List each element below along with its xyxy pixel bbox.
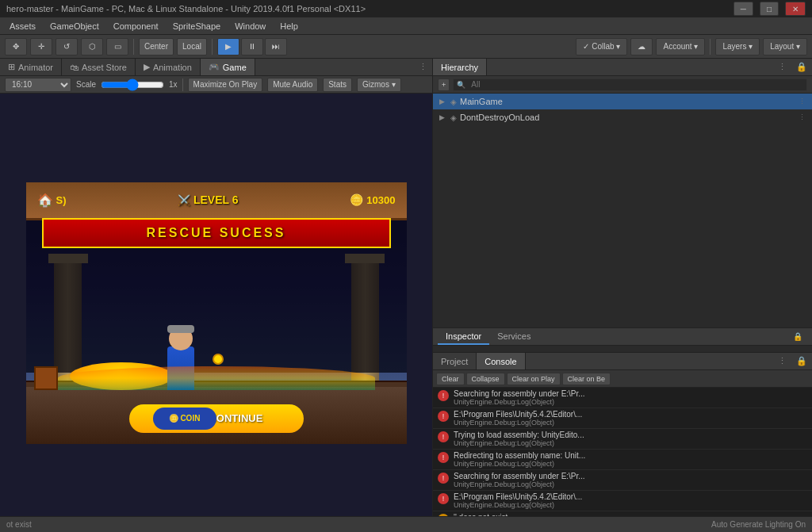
menu-window[interactable]: Window: [228, 20, 272, 33]
step-button[interactable]: ⏭: [265, 38, 287, 55]
clear-on-be-btn[interactable]: Clear on Be: [562, 373, 611, 385]
account-button[interactable]: Account ▾: [656, 38, 705, 55]
expand-icon: ▶: [439, 98, 447, 105]
tab-services[interactable]: Services: [489, 328, 538, 345]
center-button[interactable]: Center: [139, 38, 174, 55]
home-coins-area: 🏠 S): [37, 193, 67, 208]
tab-animator[interactable]: ⊞ Animator: [0, 59, 62, 75]
tab-animation[interactable]: ▶ Animation: [136, 59, 201, 75]
play-button[interactable]: ▶: [217, 38, 239, 55]
tab-hierarchy[interactable]: Hierarchy: [433, 59, 487, 75]
layout-button[interactable]: Layout ▾: [763, 38, 807, 55]
transform-rotate-btn[interactable]: ↺: [56, 38, 78, 55]
rescue-banner: RESCUE SUCESS: [42, 218, 391, 248]
console-lines-2: Trying to load assembly: UnityEdito... U…: [454, 431, 584, 447]
status-right: Auto Generate Lighting On: [711, 520, 806, 529]
inspector-content: [433, 346, 812, 352]
hierarchy-add-btn[interactable]: +: [438, 78, 450, 91]
console-entry-2[interactable]: ! Trying to load assembly: UnityEdito...…: [433, 429, 812, 450]
console-line1-5: E:\Program Files\Unity5.4.2\Editor\...: [454, 492, 582, 501]
pause-button[interactable]: ⏸: [241, 38, 263, 55]
layout-label: Layout: [770, 42, 794, 51]
maingame-label: MainGame: [460, 97, 503, 106]
console-tab-more[interactable]: ⋮: [773, 353, 791, 369]
console-line2-0: UnityEngine.Debug:Log(Object): [454, 398, 585, 406]
maximize-button[interactable]: □: [760, 2, 779, 16]
menu-help[interactable]: Help: [274, 20, 304, 33]
hierarchy-lock[interactable]: 🔒: [791, 59, 812, 75]
collapse-btn[interactable]: Collapse: [466, 373, 505, 385]
console-entry-1[interactable]: ! E:\Program Files\Unity5.4.2\Editor\...…: [433, 408, 812, 429]
menu-gameobject[interactable]: GameObject: [44, 20, 105, 33]
console-entries: ! Searching for assembly under E:\Pr... …: [433, 388, 812, 532]
tab-asset-store[interactable]: 🛍 Asset Store: [62, 59, 136, 75]
transform-move-btn[interactable]: ✛: [30, 38, 52, 55]
hierarchy-item-dontdestroy[interactable]: ▶ ◈ DontDestroyOnLoad ⋮: [433, 109, 812, 125]
console-line2-1: UnityEngine.Debug:Log(Object): [454, 419, 582, 427]
console-line2-2: UnityEngine.Debug:Log(Object): [454, 439, 584, 447]
status-bar: ot exist Auto Generate Lighting On: [0, 516, 812, 532]
transform-hand-btn[interactable]: ✥: [5, 38, 27, 55]
home-icon: 🏠: [37, 193, 53, 208]
dontdestroy-icon: ◈: [450, 113, 457, 122]
hierarchy-more[interactable]: ⋮: [773, 59, 791, 75]
view-separator: [182, 78, 183, 91]
cloud-button[interactable]: ☁: [630, 38, 653, 55]
title-bar: hero-master - MainGame - PC, Mac & Linux…: [0, 0, 812, 17]
tab-inspector[interactable]: Inspector: [438, 328, 489, 345]
dontdestroy-arrow: ▶: [439, 113, 447, 121]
hierarchy-toolbar: + 🔍: [433, 76, 812, 94]
menu-spriteshape[interactable]: SpriteShape: [167, 20, 228, 33]
tab-console[interactable]: Console: [477, 353, 525, 369]
layers-label: Layers: [722, 42, 746, 51]
hierarchy-content: ▶ ◈ MainGame ⋮ ▶ ◈ DontDestroyOnLoad ⋮: [433, 94, 812, 327]
hierarchy-item-maingame[interactable]: ▶ ◈ MainGame ⋮: [433, 94, 812, 109]
scale-slider[interactable]: [101, 80, 164, 90]
minimize-button[interactable]: ─: [733, 2, 753, 16]
status-left: ot exist: [6, 520, 32, 529]
rainbow-effect: [58, 366, 375, 390]
collab-button[interactable]: ✓ Collab ▾: [576, 38, 627, 55]
tab-game[interactable]: 🎮 Game: [201, 59, 255, 75]
center-label: Center: [144, 42, 168, 51]
account-label: Account ▾: [663, 42, 698, 51]
tab-animation-label: Animation: [153, 63, 192, 72]
menu-assets[interactable]: Assets: [3, 20, 42, 33]
local-button[interactable]: Local: [177, 38, 207, 55]
console-line1-4: Searching for assembly under E:\Pr...: [454, 472, 585, 480]
tab-bar-more[interactable]: ⋮: [414, 59, 432, 75]
menu-component[interactable]: Component: [107, 20, 165, 33]
dontdestroy-more[interactable]: ⋮: [799, 113, 806, 121]
console-entry-4[interactable]: ! Searching for assembly under E:\Pr... …: [433, 470, 812, 491]
coin-icon: 🪙: [350, 193, 363, 206]
stats-btn[interactable]: Stats: [323, 78, 352, 92]
maximize-on-play-btn[interactable]: Maximize On Play: [188, 78, 263, 92]
mute-audio-btn[interactable]: Mute Audio: [267, 78, 318, 92]
clear-on-play-btn[interactable]: Clear on Play: [507, 373, 561, 385]
console-lines-3: Redirecting to assembly name: Unit... Un…: [454, 451, 585, 468]
animation-icon: ▶: [144, 62, 150, 72]
console-line1-3: Redirecting to assembly name: Unit...: [454, 451, 585, 460]
console-lines-1: E:\Program Files\Unity5.4.2\Editor\... U…: [454, 410, 582, 427]
console-entry-5[interactable]: ! E:\Program Files\Unity5.4.2\Editor\...…: [433, 491, 812, 511]
hierarchy-search-input[interactable]: [468, 78, 803, 91]
transform-scale-btn[interactable]: ⬡: [81, 38, 103, 55]
cloud-icon: ☁: [638, 42, 645, 51]
aspect-ratio-select[interactable]: 16:10 Free Aspect 16:9: [5, 78, 71, 92]
console-lock[interactable]: 🔒: [791, 353, 812, 369]
coin-area: 🪙 10300: [350, 193, 395, 206]
console-entry-0[interactable]: ! Searching for assembly under E:\Pr... …: [433, 388, 812, 408]
layers-button[interactable]: Layers ▾: [715, 38, 760, 55]
game-scene: 🏠 S) ⚔️ LEVEL 6 🪙 10300: [26, 182, 407, 444]
inspector-lock-btn[interactable]: 🔒: [788, 328, 807, 345]
collab-checkmark-icon: ✓: [583, 42, 589, 51]
error-icon-0: !: [438, 390, 449, 401]
clear-btn[interactable]: Clear: [436, 373, 465, 385]
tab-project[interactable]: Project: [433, 353, 477, 369]
transform-rect-btn[interactable]: ▭: [106, 38, 128, 55]
scale-label: Scale: [76, 80, 96, 89]
maingame-more[interactable]: ⋮: [799, 98, 806, 105]
gizmos-btn[interactable]: Gizmos ▾: [357, 78, 401, 92]
console-entry-3[interactable]: ! Redirecting to assembly name: Unit... …: [433, 450, 812, 470]
close-button[interactable]: ✕: [785, 2, 806, 16]
